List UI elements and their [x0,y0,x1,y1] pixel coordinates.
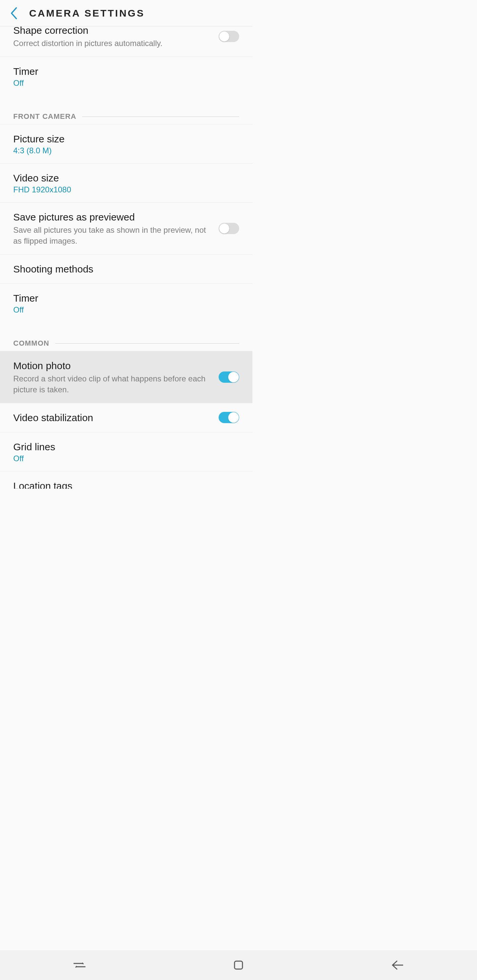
setting-title: Grid lines [13,440,233,453]
setting-shooting-methods[interactable]: Shooting methods [0,254,252,283]
setting-timer-rear[interactable]: Timer Off [0,57,252,96]
toggle-shape-correction[interactable] [219,31,239,42]
toggle-video-stabilization[interactable] [219,412,239,423]
setting-picture-size[interactable]: Picture size 4:3 (8.0 M) [0,124,252,163]
setting-grid-lines[interactable]: Grid lines Off [0,432,252,471]
setting-title: Timer [13,65,233,78]
setting-value: FHD 1920x1080 [13,185,233,194]
setting-desc: Save all pictures you take as shown in t… [13,225,212,246]
setting-value: Off [13,305,233,315]
back-icon[interactable] [4,3,24,23]
app-bar: CAMERA SETTINGS [0,0,252,27]
setting-title: Shape correction [13,27,212,37]
setting-location-tags[interactable]: Location tags Attach, embed, and store g… [0,471,252,489]
setting-value: Off [13,454,233,463]
setting-value: 4:3 (8.0 M) [13,146,233,155]
setting-title: Timer [13,292,233,305]
setting-timer-front[interactable]: Timer Off [0,283,252,323]
setting-title: Shooting methods [13,262,233,275]
setting-title: Picture size [13,132,233,145]
toggle-motion-photo[interactable] [219,371,239,383]
toggle-save-as-previewed[interactable] [219,223,239,234]
setting-desc: Record a short video clip of what happen… [13,374,212,395]
setting-title: Motion photo [13,359,212,372]
setting-title: Location tags [13,479,212,489]
setting-desc: Correct distortion in pictures automatic… [13,38,212,49]
setting-value: Off [13,78,233,88]
setting-video-stabilization[interactable]: Video stabilization [0,403,252,432]
setting-save-as-previewed[interactable]: Save pictures as previewed Save all pict… [0,202,252,254]
setting-shape-correction[interactable]: Shape correction Correct distortion in p… [0,27,252,57]
setting-title: Video size [13,172,233,185]
section-header-front-camera: FRONT CAMERA [0,96,252,124]
page-title: CAMERA SETTINGS [29,8,145,19]
setting-video-size[interactable]: Video size FHD 1920x1080 [0,163,252,202]
section-header-common: COMMON [0,323,252,351]
settings-list[interactable]: Shape correction Correct distortion in p… [0,27,252,489]
setting-title: Video stabilization [13,411,212,424]
setting-title: Save pictures as previewed [13,210,212,223]
setting-motion-photo[interactable]: Motion photo Record a short video clip o… [0,351,252,403]
